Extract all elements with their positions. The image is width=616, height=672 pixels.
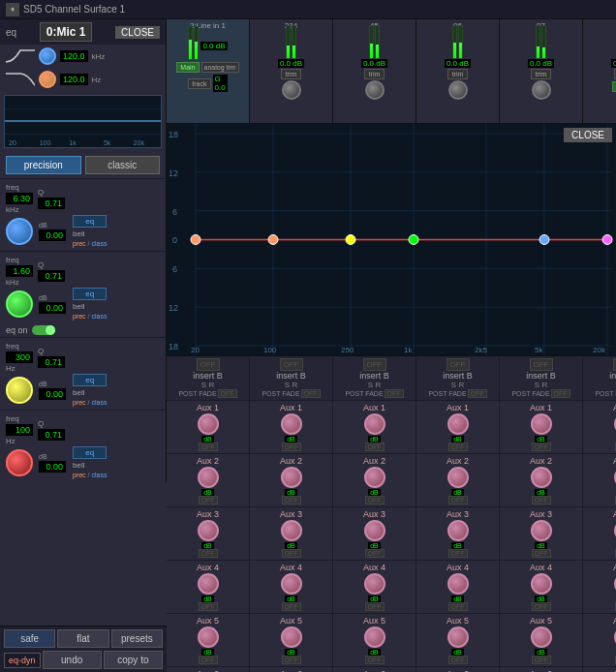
flat-button[interactable]: flat: [57, 629, 108, 648]
ch2-trim-button[interactable]: trim: [281, 69, 302, 79]
aux-knob-4-5[interactable]: [531, 573, 552, 595]
band3-gain-knob[interactable]: [6, 377, 33, 404]
aux-off-4-5: OFF: [532, 602, 551, 611]
safe-button[interactable]: safe: [4, 629, 55, 648]
aux-knob-1-4[interactable]: [447, 413, 469, 435]
aux-knob-4-1[interactable]: [198, 573, 219, 595]
band2-eq-button[interactable]: eq: [73, 288, 107, 300]
aux-col-4-1: Aux 4 dB OFF: [167, 561, 250, 613]
aux-knob-3-4[interactable]: [447, 520, 469, 541]
aux-knob-2-1[interactable]: [198, 467, 219, 488]
aux-label-1-5: Aux 1: [530, 403, 552, 412]
aux-knob-5-4[interactable]: [447, 626, 469, 648]
aux-knob-5-2[interactable]: [281, 626, 302, 648]
hp-curve-icon: [6, 48, 35, 64]
aux-knob-3-5[interactable]: [531, 520, 552, 541]
undo-button[interactable]: undo: [43, 651, 102, 669]
ch4-meter: [452, 30, 463, 59]
hp-freq-knob[interactable]: [39, 47, 56, 65]
aux-knob-2-3[interactable]: [364, 467, 385, 488]
sr-label-5: S R: [535, 381, 547, 389]
aux-off-3-4: OFF: [448, 549, 468, 558]
eq-display-close-button[interactable]: CLOSE: [564, 128, 612, 142]
aux-knob-1-2[interactable]: [281, 413, 302, 435]
ch5-knob[interactable]: [532, 80, 551, 100]
post-label-4: POST FADE: [428, 390, 466, 397]
aux-label-4-3: Aux 4: [363, 563, 385, 572]
ch3-meter: [369, 30, 380, 59]
aux-db-1-4: dB: [451, 436, 464, 443]
ch1-analog-label: analog trm: [201, 62, 239, 73]
aux-knob-1-3[interactable]: [364, 413, 385, 435]
classic-button[interactable]: classic: [85, 156, 161, 174]
band2-freq-val: 1.60: [6, 265, 33, 277]
insert-col-6: OFF insert B S R POST FADE OFF: [583, 356, 616, 400]
band1-eq-button[interactable]: eq: [73, 215, 107, 228]
aux-knob-2-2[interactable]: [281, 467, 302, 488]
ch3-db: 0.0 dB: [361, 59, 387, 68]
ch5-trim-button[interactable]: trim: [531, 69, 552, 79]
band4-gain-label: dB: [39, 453, 66, 460]
aux-label-1-2: Aux 1: [280, 403, 302, 412]
aux-knob-4-3[interactable]: [364, 573, 385, 595]
aux-label-4-5: Aux 4: [530, 563, 552, 572]
band4-gain-knob[interactable]: [6, 449, 33, 476]
insert-label-3: insert B: [359, 371, 389, 381]
aux-knob-5-5[interactable]: [531, 626, 552, 648]
eq-band-4: freq 100 Hz Q 0.71 dB 0.00: [0, 410, 166, 482]
aux-knob-4-2[interactable]: [281, 573, 302, 595]
band4-eq-button[interactable]: eq: [73, 446, 107, 459]
aux-col-4-4: Aux 4 dB OFF: [416, 561, 500, 613]
aux-knob-1-1[interactable]: [198, 413, 219, 435]
aux-off-4-1: OFF: [199, 602, 218, 611]
precision-button[interactable]: precision: [6, 156, 81, 174]
svg-text:6: 6: [172, 264, 177, 274]
ch4-trim-button[interactable]: trim: [447, 69, 469, 79]
aux-knob-2-4[interactable]: [447, 467, 469, 488]
off-indicator-2: OFF: [280, 358, 303, 371]
aux-knob-2-5[interactable]: [531, 467, 552, 488]
ch6-main-button[interactable]: Main: [612, 81, 616, 92]
aux-col-4-5: Aux 4 dB OFF: [500, 561, 583, 613]
aux-label-4-4: Aux 4: [447, 563, 469, 572]
ch1-main-button[interactable]: Main: [176, 62, 199, 73]
aux-knob-5-1[interactable]: [198, 626, 219, 648]
eq-dyn-label: eq-dyn: [4, 653, 41, 668]
band1-gain-knob[interactable]: [6, 218, 33, 245]
ch3-knob[interactable]: [365, 80, 385, 100]
aux-knob-3-3[interactable]: [364, 520, 385, 541]
svg-text:18: 18: [169, 130, 178, 139]
svg-point-43: [602, 235, 612, 245]
aux-knob-3-2[interactable]: [281, 520, 302, 541]
presets-button[interactable]: presets: [111, 629, 163, 648]
ch1-track-button[interactable]: track: [188, 78, 210, 89]
aux-label-2-5: Aux 2: [530, 456, 552, 466]
aux-off-3-3: OFF: [365, 549, 385, 558]
aux-knob-3-1[interactable]: [198, 520, 219, 541]
ch2-db: 0.0 dB: [278, 59, 304, 68]
copy-to-button[interactable]: copy to: [104, 651, 163, 669]
aux-knob-4-4[interactable]: [447, 573, 469, 595]
aux-knob-5-3[interactable]: [364, 626, 385, 648]
off-indicator-5: OFF: [530, 358, 553, 371]
aux-label-2-1: Aux 2: [197, 456, 219, 466]
aux-db-5-1: dB: [201, 649, 214, 656]
ch3-trim-button[interactable]: trim: [364, 69, 385, 79]
ch2-knob[interactable]: [282, 80, 301, 100]
aux-off-3-2: OFF: [282, 549, 301, 558]
ch4-db: 0.0 dB: [445, 59, 471, 68]
band1-q-val: 0.71: [38, 198, 65, 209]
aux-knob-1-5[interactable]: [531, 413, 552, 435]
eq-on-toggle[interactable]: [32, 325, 55, 335]
band3-eq-button[interactable]: eq: [73, 374, 107, 386]
band4-q-val: 0.71: [38, 429, 65, 441]
eq-header: eq 0:Mic 1 CLOSE: [0, 19, 166, 45]
lp-freq-knob[interactable]: [39, 71, 56, 88]
eq-close-button[interactable]: CLOSE: [115, 26, 160, 39]
band3-freq-unit: Hz: [6, 364, 33, 373]
band1-freq-label: freq: [6, 183, 33, 192]
off-small-3: OFF: [385, 389, 404, 398]
band2-gain-knob[interactable]: [6, 290, 33, 318]
band3-freq-label: freq: [6, 342, 33, 351]
ch4-knob[interactable]: [448, 80, 468, 100]
